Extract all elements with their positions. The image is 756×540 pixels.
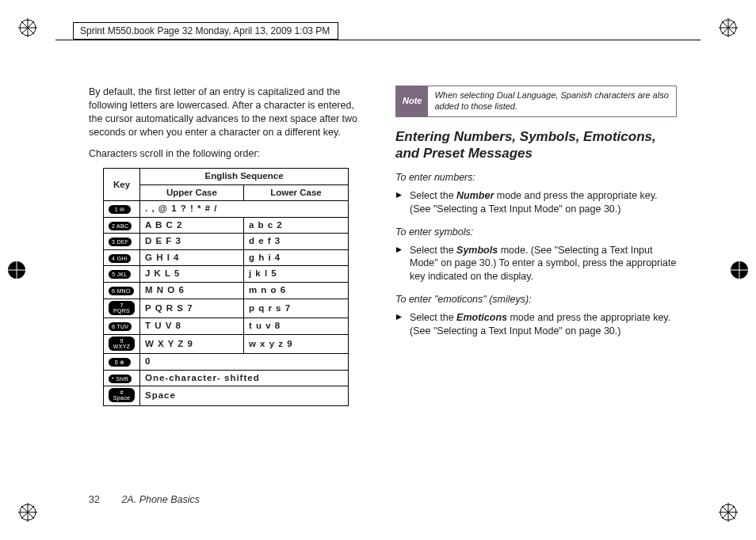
key-cell: 3 DEF [104, 234, 140, 250]
note-label: Note [396, 86, 428, 116]
lower-cell: t u v 8 [243, 318, 348, 335]
bullet-text: Select the Emoticons mode and press the … [410, 311, 677, 338]
keycap-icon: 0 ⊕ [109, 358, 131, 367]
upper-cell: J K L 5 [140, 266, 244, 283]
table-row: 4 GHIG H I 4g h i 4 [104, 249, 349, 266]
page: Sprint M550.book Page 32 Monday, April 1… [0, 0, 756, 540]
table-row: 2 ABCA B C 2a b c 2 [104, 217, 349, 234]
bullet-item: Select the Number mode and press the app… [395, 189, 677, 216]
table-row: 8 TUVT U V 8t u v 8 [104, 318, 349, 335]
left-column: By default, the first letter of an entry… [89, 86, 370, 492]
lower-cell: w x y z 9 [243, 334, 348, 354]
seq-cell: One-character- shifted [140, 370, 349, 386]
keycap-icon: 6 MNO [109, 287, 134, 295]
table-row: 5 JKLJ K L 5j k l 5 [104, 266, 349, 283]
table-header-lower: Lower Case [243, 184, 348, 201]
lower-cell: d e f 3 [243, 234, 348, 250]
table-header-seq: English Sequence [140, 169, 349, 185]
table-row: 3 DEFD E F 3d e f 3 [104, 234, 349, 250]
table-row: 7 PQRSP Q R S 7p q r s 7 [104, 299, 349, 318]
mode-name: Number [456, 190, 494, 201]
key-cell: 9 WXYZ [104, 334, 140, 354]
paragraph: By default, the first letter of an entry… [89, 86, 370, 139]
lower-cell: a b c 2 [243, 217, 348, 234]
table-row: 0 ⊕0 [104, 354, 349, 371]
table-header-upper: Upper Case [140, 184, 244, 201]
note-box: Note When selecting Dual Language, Spani… [395, 86, 677, 117]
triangle-bullet-icon [395, 189, 403, 216]
keycap-icon: 4 GHI [109, 254, 131, 263]
bullet-item: Select the Emoticons mode and press the … [395, 311, 677, 338]
crop-mark-icon [17, 502, 38, 523]
table-header-key: Key [104, 169, 140, 201]
upper-cell: A B C 2 [140, 217, 244, 234]
keycap-icon: 5 JKL [109, 270, 131, 279]
key-cell: * Shift [104, 370, 140, 386]
mode-name: Emoticons [456, 312, 507, 323]
keycap-icon: # Space [109, 388, 135, 402]
text: Select the [410, 312, 456, 323]
triangle-bullet-icon [395, 244, 403, 284]
lower-cell: g h i 4 [243, 249, 348, 266]
crop-mark-icon [17, 17, 38, 38]
crop-mark-icon [718, 502, 739, 523]
key-cell: 1 ✉ [104, 201, 140, 218]
svg-marker-27 [396, 247, 402, 253]
keycap-icon: 3 DEF [109, 238, 132, 246]
lower-cell: p q r s 7 [243, 299, 348, 318]
subheading: To enter symbols: [395, 226, 677, 239]
key-cell: 6 MNO [104, 282, 140, 299]
upper-cell: M N O 6 [140, 282, 244, 299]
crop-mark-icon [718, 17, 739, 38]
keycap-icon: 7 PQRS [109, 301, 135, 315]
text: Select the [410, 190, 456, 201]
content-area: By default, the first letter of an entry… [89, 86, 677, 492]
page-number: 32 [89, 494, 100, 505]
keycap-icon: 2 ABC [109, 222, 132, 230]
bullet-item: Select the Symbols mode. (See "Selecting… [395, 244, 677, 284]
seq-cell: 0 [140, 354, 349, 371]
bullet-text: Select the Number mode and press the app… [410, 189, 677, 216]
note-text: When selecting Dual Language, Spanish ch… [428, 86, 676, 116]
key-cell: # Space [104, 386, 140, 406]
upper-cell: P Q R S 7 [140, 299, 244, 318]
text: Select the [410, 245, 456, 256]
table-row: 6 MNOM N O 6m n o 6 [104, 282, 349, 299]
section-title: Entering Numbers, Symbols, Emoticons, an… [395, 128, 677, 162]
paragraph: Characters scroll in the following order… [89, 147, 370, 161]
crop-mark-icon [6, 260, 27, 280]
key-cell: 5 JKL [104, 266, 140, 283]
lower-cell: m n o 6 [243, 282, 348, 299]
table-row: 9 WXYZW X Y Z 9w x y z 9 [104, 334, 349, 354]
keycap-icon: * Shift [109, 375, 132, 383]
chapter-title: 2A. Phone Basics [121, 494, 200, 505]
upper-cell: D E F 3 [140, 234, 244, 250]
upper-cell: T U V 8 [140, 318, 244, 335]
svg-marker-28 [396, 314, 402, 320]
key-cell: 2 ABC [104, 217, 140, 234]
subheading: To enter "emoticons" (smileys): [395, 293, 677, 306]
right-column: Note When selecting Dual Language, Spani… [395, 86, 677, 492]
key-cell: 8 TUV [104, 318, 140, 335]
crop-mark-icon [729, 260, 750, 280]
page-footer: 32 2A. Phone Basics [89, 494, 200, 505]
document-header: Sprint M550.book Page 32 Monday, April 1… [73, 22, 338, 40]
key-cell: 4 GHI [104, 249, 140, 266]
triangle-bullet-icon [395, 311, 403, 338]
mode-name: Symbols [456, 245, 498, 256]
header-rule [55, 40, 701, 40]
keycap-icon: 1 ✉ [109, 205, 131, 214]
key-cell: 0 ⊕ [104, 354, 140, 371]
key-cell: 7 PQRS [104, 299, 140, 318]
upper-cell: G H I 4 [140, 249, 244, 266]
seq-cell: . , @ 1 ? ! * # / [140, 201, 349, 218]
keycap-icon: 9 WXYZ [109, 337, 135, 351]
upper-cell: W X Y Z 9 [140, 334, 244, 354]
subheading: To enter numbers: [395, 171, 677, 184]
key-sequence-table: Key English Sequence Upper Case Lower Ca… [103, 168, 349, 405]
table-row: * ShiftOne-character- shifted [104, 370, 349, 386]
lower-cell: j k l 5 [243, 266, 348, 283]
keycap-icon: 8 TUV [109, 322, 132, 331]
bullet-text: Select the Symbols mode. (See "Selecting… [410, 244, 677, 284]
seq-cell: Space [140, 386, 349, 406]
